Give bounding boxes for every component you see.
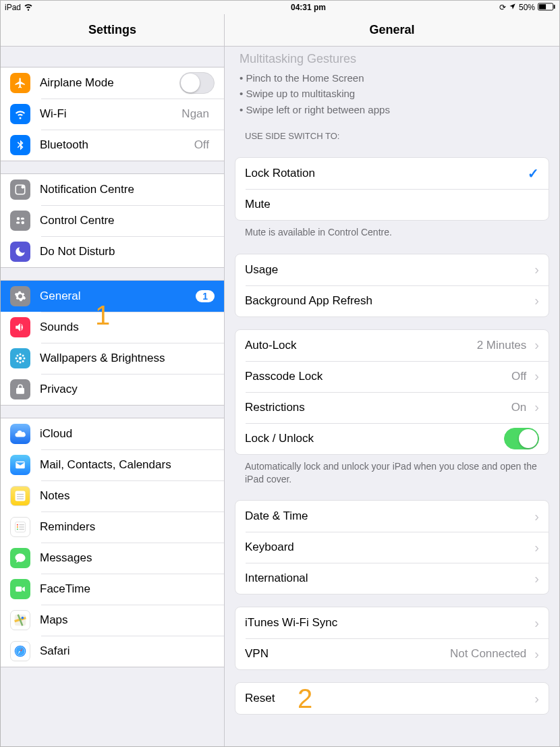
chevron-right-icon: › [534,368,539,384]
detail-row-date-time[interactable]: Date & Time› [235,501,549,532]
detail-title: General [225,14,559,47]
svg-point-15 [22,354,24,356]
device-label: iPad [5,3,21,12]
sidebar-item-mail-contacts-calendars[interactable]: Mail, Contacts, Calendars [1,449,224,480]
svg-rect-30 [16,586,22,592]
sidebar-item-wi-fi[interactable]: Wi-FiNgan [1,99,224,130]
chevron-right-icon: › [534,293,539,308]
svg-point-24 [17,524,18,526]
svg-point-5 [17,217,20,221]
sound-icon [10,317,30,337]
row-value: Ngan [181,107,209,121]
status-bar: iPad 04:31 pm ⟳ 50% [1,1,559,14]
toggle[interactable] [179,72,215,94]
detail-row-value: Not Connected [450,647,526,661]
svg-point-26 [17,528,18,530]
dnd-icon [10,242,30,262]
sidebar-item-label: Sounds [40,321,215,334]
svg-point-13 [24,358,26,360]
detail-row-mute[interactable]: Mute [235,189,549,220]
checkmark-icon: ✓ [528,165,539,182]
sidebar-item-airplane-mode[interactable]: Airplane Mode [1,67,224,99]
orientation-lock-icon: ⟳ [499,3,506,12]
detail-pane: General Multitasking Gestures• Pinch to … [225,14,559,746]
gear-icon [10,286,30,306]
sidebar-item-label: FaceTime [40,582,215,596]
chevron-right-icon: › [534,691,539,707]
detail-row-restrictions[interactable]: RestrictionsOn› [235,392,549,423]
detail-row-value: 2 Minutes [477,339,527,352]
detail-row-itunes-wi-fi-sync[interactable]: iTunes Wi-Fi Sync› [235,607,549,638]
detail-row-background-app-refresh[interactable]: Background App Refresh› [235,285,549,316]
sidebar-item-general[interactable]: General1 [1,281,224,312]
sidebar-item-notification-centre[interactable]: Notification Centre [1,174,224,205]
detail-row-label: International [245,572,532,585]
sidebar-item-notes[interactable]: Notes [1,480,224,511]
chevron-right-icon: › [534,540,539,555]
sidebar-item-label: iCloud [40,427,215,441]
svg-point-8 [22,221,25,225]
sidebar-item-messages[interactable]: Messages [1,543,224,574]
svg-point-16 [16,360,18,362]
sidebar-item-bluetooth[interactable]: BluetoothOff [1,130,224,161]
sidebar-item-reminders[interactable]: Reminders [1,511,224,543]
svg-point-4 [22,186,25,189]
detail-row-usage[interactable]: Usage› [235,254,549,285]
sidebar-item-sounds[interactable]: Sounds [1,312,224,343]
detail-row-label: Restrictions [245,401,511,414]
sidebar-item-maps[interactable]: Maps [1,605,224,636]
detail-row-lock-unlock[interactable]: Lock / Unlock [235,423,549,454]
detail-row-label: Lock Rotation [245,167,528,180]
pre-title: Multitasking Gestures [225,47,559,66]
detail-row-label: Lock / Unlock [245,432,504,445]
sidebar-item-label: Notification Centre [40,183,215,196]
sidebar-item-label: Notes [40,489,215,503]
sidebar-item-facetime[interactable]: FaceTime [1,574,224,605]
svg-point-10 [20,354,22,356]
toggle[interactable] [504,428,539,449]
sidebar-item-label: Wi-Fi [40,107,181,121]
bluetooth-icon [10,135,30,155]
detail-row-label: iTunes Wi-Fi Sync [245,616,532,630]
sidebar-item-control-centre[interactable]: Control Centre [1,205,224,236]
settings-sidebar: Settings Airplane ModeWi-FiNganBluetooth… [1,14,225,746]
detail-row-auto-lock[interactable]: Auto-Lock2 Minutes› [235,330,549,361]
svg-point-12 [16,358,18,360]
svg-point-11 [20,362,22,364]
detail-row-reset[interactable]: Reset› [235,683,549,714]
sidebar-item-wallpapers-brightness[interactable]: Wallpapers & Brightness [1,343,224,374]
detail-row-passcode-lock[interactable]: Passcode LockOff› [235,361,549,392]
detail-row-label: Passcode Lock [245,370,511,383]
section-header: USE SIDE SWITCH TO: [225,119,559,145]
sidebar-item-safari[interactable]: Safari [1,636,224,667]
sidebar-title: Settings [1,14,224,47]
detail-row-international[interactable]: International› [235,563,549,594]
sidebar-item-label: Do Not Disturb [40,245,215,258]
svg-rect-7 [16,222,20,224]
detail-row-label: Usage [245,263,532,277]
sidebar-item-privacy[interactable]: Privacy [1,374,224,405]
detail-row-vpn[interactable]: VPNNot Connected› [235,638,549,669]
svg-point-9 [19,357,22,360]
chevron-right-icon: › [534,337,539,353]
sidebar-item-label: Bluetooth [40,138,194,152]
sidebar-item-icloud[interactable]: iCloud [1,418,224,449]
chevron-right-icon: › [534,615,539,631]
section-footer: Automatically lock and unlock your iPad … [225,455,559,489]
detail-row-lock-rotation[interactable]: Lock Rotation✓ [235,158,549,189]
detail-row-keyboard[interactable]: Keyboard› [235,532,549,563]
notif-icon [10,179,30,200]
location-icon [509,3,516,12]
airplane-icon [10,73,30,93]
svg-rect-6 [21,218,24,220]
icloud-icon [10,424,30,444]
reminders-icon [10,517,30,537]
badge: 1 [196,290,215,302]
svg-point-25 [17,526,18,528]
svg-rect-2 [554,5,555,9]
sidebar-item-do-not-disturb[interactable]: Do Not Disturb [1,236,224,267]
detail-row-label: Mute [245,198,539,211]
section-footer: Mute is available in Control Centre. [225,221,559,242]
sidebar-item-label: Safari [40,644,215,658]
battery-icon [538,3,555,13]
